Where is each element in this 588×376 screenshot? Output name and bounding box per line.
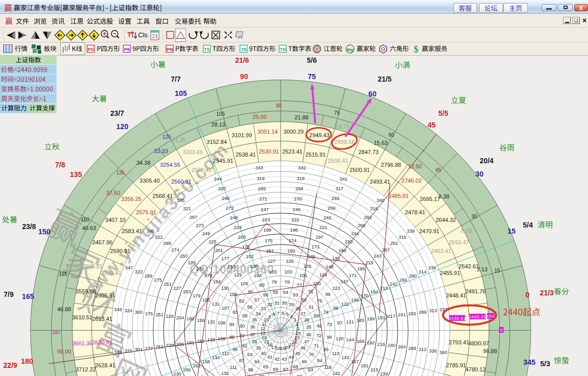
svg-text:227: 227 <box>173 286 181 291</box>
svg-text:40: 40 <box>261 351 266 356</box>
svg-text:124: 124 <box>319 272 328 278</box>
svg-text:25.00: 25.00 <box>253 114 267 120</box>
svg-text:291: 291 <box>390 241 398 246</box>
svg-text:3101.99: 3101.99 <box>232 132 252 138</box>
svg-text:316: 316 <box>370 206 379 211</box>
svg-text:175: 175 <box>265 238 273 243</box>
svg-text:221: 221 <box>319 225 328 230</box>
svg-text:P9: P9 <box>124 47 129 52</box>
svg-text:4830.97: 4830.97 <box>469 340 489 346</box>
svg-text:288: 288 <box>408 346 416 351</box>
svg-text:5/4: 5/4 <box>523 221 533 229</box>
svg-text:3407.10: 3407.10 <box>105 217 126 223</box>
svg-text:205: 205 <box>176 342 184 347</box>
svg-text:39: 39 <box>256 345 261 350</box>
svg-text:294: 294 <box>296 186 304 191</box>
svg-text:47: 47 <box>304 339 309 344</box>
svg-text:130: 130 <box>221 286 229 291</box>
svg-text:35: 35 <box>252 317 257 322</box>
svg-text:96.88: 96.88 <box>483 348 497 354</box>
svg-text:55: 55 <box>273 290 278 295</box>
svg-text:247: 247 <box>261 207 269 212</box>
svg-text:85: 85 <box>229 335 234 340</box>
svg-text:2485.91: 2485.91 <box>388 193 409 199</box>
svg-text:2796.88: 2796.88 <box>381 162 402 168</box>
svg-text:134: 134 <box>212 355 220 360</box>
svg-text:60: 60 <box>388 132 394 138</box>
svg-text:45: 45 <box>435 167 441 173</box>
svg-text:2847.73: 2847.73 <box>358 149 379 155</box>
svg-text:121: 121 <box>346 319 354 324</box>
svg-text:347: 347 <box>125 265 133 270</box>
svg-text:106: 106 <box>229 292 237 297</box>
svg-text:29: 29 <box>289 302 294 307</box>
svg-text:51: 51 <box>309 305 314 310</box>
svg-text:349: 349 <box>114 350 122 355</box>
svg-text:127: 127 <box>268 259 276 264</box>
svg-text:45: 45 <box>427 121 436 129</box>
svg-text:104: 104 <box>254 273 262 278</box>
svg-text:2898.58: 2898.58 <box>334 139 355 145</box>
svg-text:299: 299 <box>144 273 152 279</box>
svg-text:172: 172 <box>332 256 340 261</box>
svg-text:145: 145 <box>357 318 365 323</box>
svg-text:2793.41: 2793.41 <box>449 339 469 345</box>
svg-text:4: 4 <box>290 314 293 319</box>
svg-text:27: 27 <box>301 311 306 316</box>
svg-text:143: 143 <box>341 355 350 360</box>
svg-text:59: 59 <box>242 313 247 318</box>
svg-text:0: 0 <box>500 327 502 333</box>
svg-text:267: 267 <box>382 247 390 253</box>
svg-text:180: 180 <box>186 316 195 321</box>
svg-text:23/7: 23/7 <box>110 109 124 117</box>
svg-text:217: 217 <box>388 314 396 319</box>
svg-text:2448.41: 2448.41 <box>446 292 466 298</box>
svg-text:295: 295 <box>258 186 266 191</box>
svg-text:3508.81: 3508.81 <box>83 263 103 269</box>
svg-text:58: 58 <box>247 305 252 310</box>
svg-text:T: T <box>127 31 131 38</box>
svg-text:277: 277 <box>145 346 153 351</box>
svg-text:62: 62 <box>242 343 247 348</box>
svg-text:202: 202 <box>196 266 204 271</box>
svg-text:21/5: 21/5 <box>378 75 391 83</box>
svg-text:320: 320 <box>218 186 226 191</box>
svg-text:248: 248 <box>230 215 238 220</box>
svg-text:206: 206 <box>183 367 191 372</box>
svg-text:36: 36 <box>250 324 255 330</box>
svg-text:322: 322 <box>155 235 163 240</box>
svg-text:266: 266 <box>399 278 408 283</box>
svg-text:177: 177 <box>221 256 229 261</box>
svg-text:89: 89 <box>259 374 264 376</box>
svg-text:2620.91: 2620.91 <box>92 339 113 345</box>
svg-text:86: 86 <box>232 347 237 352</box>
svg-text:49: 49 <box>316 323 322 329</box>
svg-text:250: 250 <box>180 254 188 259</box>
svg-text:2613.41: 2613.41 <box>92 316 113 322</box>
svg-text:68: 68 <box>293 364 298 369</box>
svg-text:45: 45 <box>295 351 300 356</box>
svg-text:2463.41: 2463.41 <box>431 248 451 254</box>
svg-text:28: 28 <box>295 306 300 311</box>
svg-text:133: 133 <box>207 337 216 342</box>
svg-text:194: 194 <box>370 289 379 294</box>
svg-text:129: 129 <box>234 272 242 278</box>
svg-text:41: 41 <box>267 355 272 360</box>
svg-text:2542.61: 2542.61 <box>459 263 479 269</box>
svg-text:144: 144 <box>346 337 354 342</box>
svg-text:34: 34 <box>256 311 261 316</box>
svg-text:152: 152 <box>246 254 254 259</box>
svg-text:360: 360 <box>439 350 447 355</box>
svg-text:95: 95 <box>324 347 329 352</box>
svg-text:165: 165 <box>59 271 67 277</box>
svg-text:83: 83 <box>232 310 237 315</box>
svg-text:33: 33 <box>261 306 266 311</box>
svg-text:156: 156 <box>197 318 205 323</box>
svg-text:338: 338 <box>429 265 437 270</box>
svg-text:6.25: 6.25 <box>461 228 472 234</box>
svg-text:2644.32: 2644.32 <box>436 217 456 223</box>
svg-text:81: 81 <box>248 289 253 294</box>
svg-text:42: 42 <box>274 357 279 362</box>
svg-text:269: 269 <box>328 206 336 211</box>
svg-text:31.25: 31.25 <box>172 137 186 143</box>
